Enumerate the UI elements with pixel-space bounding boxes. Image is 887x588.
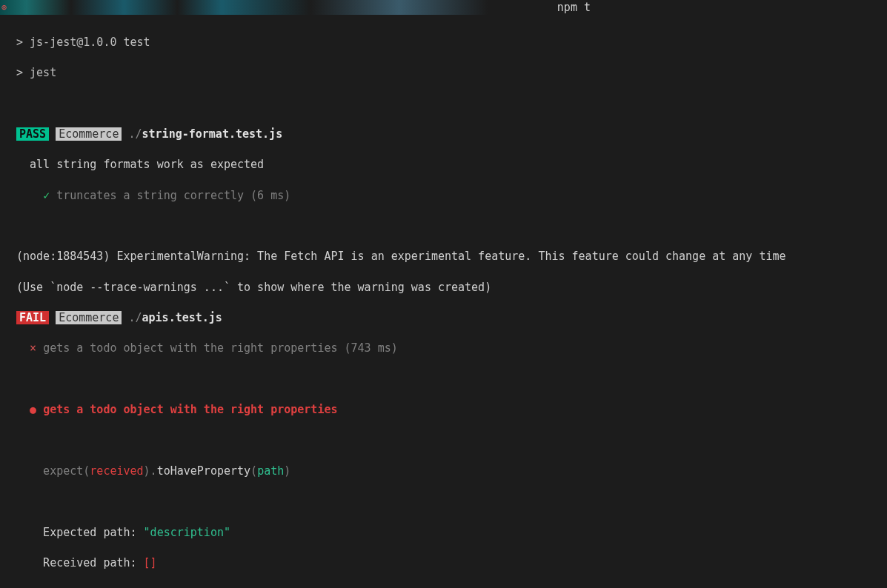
expected-path-label: Expected path: [16, 526, 144, 539]
npm-run-line-2: > jest [16, 66, 56, 79]
failed-test-name: gets a todo object with the right proper… [43, 341, 398, 355]
fail-badge: FAIL [16, 311, 49, 324]
expected-path-line: Expected path: "description" [16, 525, 880, 541]
node-warning-2: (Use `node --trace-warnings ...` to show… [16, 280, 880, 295]
window-titlebar: ⊗ npm t [0, 0, 887, 15]
check-icon: ✓ [43, 189, 50, 202]
node-warning-1: (node:1884543) ExperimentalWarning: The … [16, 249, 880, 264]
failed-test-line: × gets a todo object with the right prop… [16, 341, 880, 356]
test-file-path: apis.test.js [142, 311, 222, 324]
pass-badge: PASS [16, 127, 49, 141]
expect-mid2: ( [250, 464, 257, 478]
terminal-output[interactable]: > js-jest@1.0.0 test > jest PASS Ecommer… [0, 15, 887, 588]
received-path-value: [] [144, 556, 157, 569]
received-path-label: Received path: [16, 556, 144, 569]
pass-suite-header: PASS Ecommerce ./string-format.test.js [16, 127, 880, 142]
expect-pre: expect( [16, 464, 90, 478]
expect-mid1: ). [144, 464, 157, 478]
received-path-line: Received path: [] [16, 555, 880, 571]
npm-run-line-1: > js-jest@1.0.0 test [16, 36, 150, 49]
bullet-icon: ● [30, 403, 36, 416]
terminal-command: npm t [557, 0, 591, 16]
fail-suite-header: FAIL Ecommerce ./apis.test.js [16, 310, 880, 326]
describe-line: all string formats work as expected [16, 157, 880, 173]
cross-icon: × [30, 341, 36, 355]
expect-expression: expect(received).toHaveProperty(path) [16, 464, 880, 479]
passed-test-line: ✓ truncates a string correctly (6 ms) [16, 188, 880, 204]
expect-received: received [90, 464, 143, 478]
path-prefix: ./ [122, 311, 142, 324]
test-file-path: string-format.test.js [142, 127, 283, 141]
failed-test-title-text: gets a todo object with the right proper… [43, 403, 337, 416]
expect-path: path [257, 464, 284, 478]
expect-fn: toHaveProperty [157, 464, 250, 478]
close-icon[interactable]: ⊗ [1, 1, 10, 10]
expected-path-value: "description" [144, 526, 230, 539]
path-prefix: ./ [122, 127, 142, 141]
project-tag: Ecommerce [56, 127, 122, 141]
project-tag: Ecommerce [56, 311, 122, 324]
failed-test-title: ● gets a todo object with the right prop… [16, 402, 880, 418]
expect-post: ) [284, 464, 290, 478]
passed-test-name: truncates a string correctly (6 ms) [56, 189, 290, 202]
